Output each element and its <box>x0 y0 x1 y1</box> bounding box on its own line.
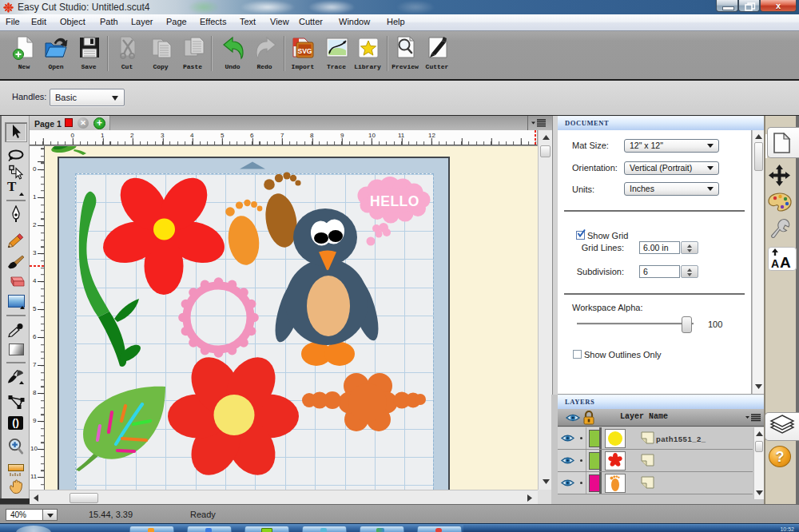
svg-text:A: A <box>771 257 779 269</box>
svg-text:A: A <box>780 254 791 269</box>
svg-text:HELLO: HELLO <box>370 193 419 209</box>
svg-text:SVG: SVG <box>298 47 312 55</box>
